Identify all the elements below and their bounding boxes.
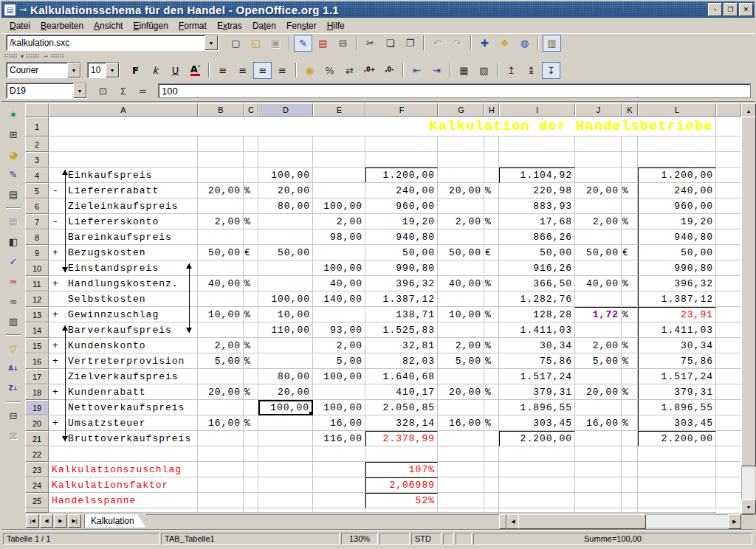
cell-J7[interactable]: 2,00	[575, 214, 622, 229]
cell-G17[interactable]	[438, 369, 484, 384]
cell-A22[interactable]	[49, 446, 198, 462]
col-header-E[interactable]: E	[313, 103, 365, 117]
cell-A21[interactable]: Bruttoverkaufspreis	[49, 431, 198, 446]
cell-I13[interactable]: 128,28	[499, 307, 575, 322]
cell-A23[interactable]: Kalkulationszuschlag	[49, 462, 198, 477]
cell-I10[interactable]: 916,26	[499, 260, 575, 276]
cell-reference-box[interactable]: D19 ▼	[6, 83, 87, 99]
cell-G22[interactable]	[438, 446, 484, 462]
cell-G5[interactable]: 20,00	[438, 183, 484, 198]
cell-L24[interactable]	[638, 477, 716, 493]
cell-G13[interactable]: 10,00	[438, 307, 484, 322]
cell-F2[interactable]	[365, 137, 438, 152]
function-autopilot-icon[interactable]: ⊡	[94, 83, 112, 100]
row-header-6[interactable]: 6	[25, 198, 49, 214]
cell-J19[interactable]	[575, 400, 622, 415]
borders-icon[interactable]: ▦	[455, 62, 473, 79]
cell-C20[interactable]: %	[244, 415, 258, 431]
save-icon[interactable]: ▣	[267, 35, 285, 52]
cell-A8[interactable]: Bareinkaufspreis	[49, 229, 198, 245]
cell-E11[interactable]: 40,00	[313, 276, 365, 291]
cell-A16[interactable]: +Vertreterprovision	[49, 353, 198, 369]
cell-D3[interactable]	[258, 152, 313, 168]
row-header-16[interactable]: 16	[25, 353, 49, 369]
cell-L16[interactable]: 75,86	[638, 353, 716, 369]
cell-D8[interactable]	[258, 229, 313, 245]
cell-D9[interactable]: 50,00	[258, 245, 313, 260]
cell-H19[interactable]	[484, 400, 499, 415]
cell-C14[interactable]	[244, 322, 258, 338]
cell-stub[interactable]	[716, 415, 741, 431]
horizontal-scrollbar-thumb[interactable]	[518, 514, 646, 529]
font-name-dropdown-icon[interactable]: ▼	[67, 63, 80, 77]
cell-L6[interactable]: 960,00	[638, 198, 716, 214]
cell-G2[interactable]	[438, 137, 484, 152]
increase-indent-icon[interactable]: ⇥	[427, 62, 446, 79]
row-header-22[interactable]: 22	[25, 446, 49, 462]
cell-F25[interactable]: 52%	[365, 493, 438, 508]
cell-G4[interactable]	[438, 168, 484, 183]
cell-G10[interactable]	[438, 260, 484, 276]
cell-stub[interactable]	[716, 384, 741, 400]
cell-K6[interactable]	[622, 198, 638, 214]
cell-L17[interactable]: 1.517,24	[638, 369, 716, 384]
cell-A15[interactable]: +Kundenskonto	[49, 338, 198, 353]
cell-B14[interactable]	[198, 322, 244, 338]
cell-F15[interactable]: 32,81	[365, 338, 438, 353]
row-header-11[interactable]: 11	[25, 276, 49, 291]
cell-A10[interactable]: Einstandspreis	[49, 260, 198, 276]
cell-A24[interactable]: Kalkulationsfaktor	[49, 477, 198, 493]
menu-extras[interactable]: Extras	[212, 19, 247, 32]
cell-G6[interactable]	[438, 198, 484, 214]
cell-C13[interactable]: %	[244, 307, 258, 322]
cell-A2[interactable]	[49, 137, 198, 152]
cell-stub[interactable]	[716, 353, 741, 369]
cell-F11[interactable]: 396,32	[365, 276, 438, 291]
cell-B6[interactable]	[198, 198, 244, 214]
paste-icon[interactable]: ❐	[401, 35, 419, 52]
cell-L19[interactable]: 1.896,55	[638, 400, 716, 415]
cell-K5[interactable]: %	[622, 183, 638, 198]
cell-stub[interactable]	[716, 152, 741, 168]
cell-I4[interactable]: 1.104,92	[499, 168, 575, 183]
cell-I8[interactable]: 866,26	[499, 229, 575, 245]
row-header-4[interactable]: 4	[25, 168, 49, 183]
cell-D25[interactable]	[258, 493, 313, 508]
cell-F21[interactable]: 2.378,99	[365, 431, 438, 446]
cell-L12[interactable]: 1.387,12	[638, 291, 716, 307]
cell-I23[interactable]	[499, 462, 575, 477]
cell-H17[interactable]	[484, 369, 499, 384]
cell-C11[interactable]: %	[244, 276, 258, 291]
cell-D4[interactable]: 100,00	[258, 168, 313, 183]
cell-E14[interactable]: 93,00	[313, 322, 365, 338]
print-icon[interactable]: ⊟	[334, 35, 352, 52]
status-zoom-level[interactable]: 130%	[341, 533, 378, 545]
insert-cells-icon[interactable]: ⊞	[4, 126, 23, 143]
cell-F6[interactable]: 960,00	[365, 198, 438, 214]
cell-C6[interactable]	[244, 198, 258, 214]
cell-stub[interactable]	[716, 276, 741, 291]
cell-I17[interactable]: 1.517,24	[499, 369, 575, 384]
export-pdf-icon[interactable]: ▤	[314, 35, 332, 52]
row-header-25[interactable]: 25	[25, 493, 49, 508]
cell-J10[interactable]	[575, 260, 622, 276]
sort-descending-icon[interactable]: Z↓	[4, 380, 23, 397]
cell-H9[interactable]: €	[484, 245, 499, 260]
last-sheet-icon[interactable]: ▶|	[68, 514, 81, 528]
cell-K9[interactable]: €	[622, 245, 638, 260]
cell-I21[interactable]: 2.200,00	[499, 431, 575, 446]
cell-D23[interactable]	[258, 462, 313, 477]
insert-icon[interactable]: ✶	[4, 106, 23, 123]
cell-I25[interactable]	[499, 493, 575, 508]
cell-E25[interactable]	[313, 493, 365, 508]
insert-frame-icon[interactable]: ▦	[4, 213, 23, 230]
cell-C24[interactable]	[244, 477, 258, 493]
select-all-corner[interactable]	[25, 103, 49, 117]
cell-E13[interactable]	[313, 307, 365, 322]
cell-D7[interactable]	[258, 214, 313, 229]
cell-E9[interactable]	[313, 245, 365, 260]
cell-A6[interactable]: Zieleinkaufspreis	[49, 198, 198, 214]
cell-B11[interactable]: 40,00	[198, 276, 244, 291]
ungroup-icon[interactable]: ⊠	[4, 427, 23, 444]
cell-A11[interactable]: +Handlungskostenz.	[49, 276, 198, 291]
